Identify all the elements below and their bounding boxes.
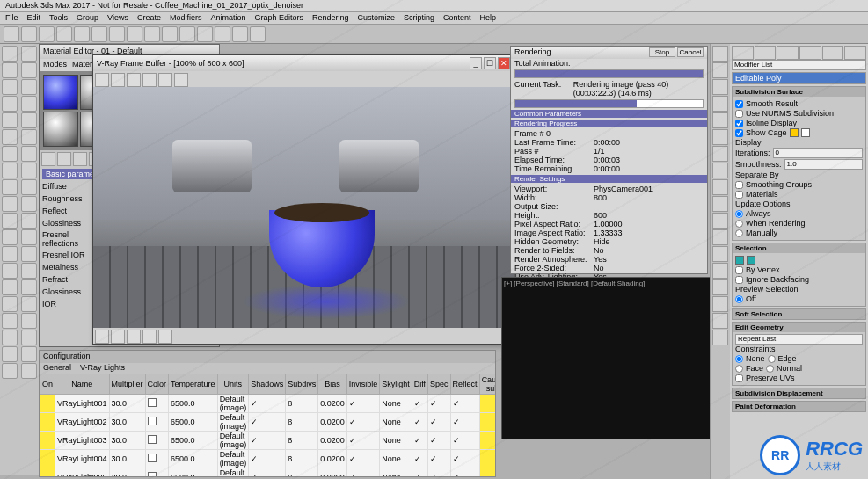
- tool-icon[interactable]: [2, 263, 18, 279]
- tool-icon[interactable]: [2, 96, 18, 112]
- light-shadows[interactable]: ✓: [249, 468, 286, 478]
- sm-groups-check[interactable]: [735, 181, 743, 189]
- light-name[interactable]: VRayLight002: [55, 413, 110, 432]
- tab-utilities[interactable]: [844, 46, 866, 60]
- lister-col[interactable]: Subdivs: [286, 374, 318, 395]
- exposure-icon[interactable]: [111, 330, 125, 344]
- light-invisible[interactable]: ✓: [346, 450, 380, 468]
- cancel-button[interactable]: Cancel: [677, 47, 704, 57]
- light-bias[interactable]: 0.0200: [318, 395, 347, 413]
- light-row[interactable]: VRayLight00330.06500.0Default (image)✓80…: [40, 432, 497, 450]
- light-invisible[interactable]: ✓: [346, 432, 380, 450]
- tool-icon[interactable]: [21, 163, 37, 178]
- render-output-view[interactable]: [93, 87, 514, 328]
- light-color[interactable]: [145, 413, 169, 432]
- light-mult[interactable]: 30.0: [109, 468, 145, 478]
- ignore-back-check[interactable]: [735, 276, 743, 284]
- light-name[interactable]: VRayLight001: [55, 395, 110, 413]
- scale-icon[interactable]: [127, 26, 142, 42]
- light-on-toggle[interactable]: [40, 468, 55, 478]
- lens-effects-icon[interactable]: [142, 330, 157, 344]
- light-subdivs[interactable]: 8: [286, 395, 318, 413]
- redo-icon[interactable]: [21, 26, 37, 42]
- light-diff[interactable]: ✓: [412, 413, 427, 432]
- menu-group[interactable]: Group: [77, 13, 98, 23]
- light-on-toggle[interactable]: [40, 395, 55, 413]
- tool-icon[interactable]: [21, 179, 37, 195]
- perspective-viewport[interactable]: [+] [Perspective] [Standard] [Default Sh…: [501, 277, 711, 439]
- tool-icon[interactable]: [2, 146, 18, 162]
- lister-col[interactable]: Diff: [412, 374, 427, 395]
- tool-icon[interactable]: [2, 79, 18, 95]
- modifier-item[interactable]: Editable Poly: [733, 73, 865, 83]
- edge-subobj-icon[interactable]: [747, 256, 755, 265]
- menu-edit[interactable]: Edit: [27, 13, 41, 23]
- cmd-icon[interactable]: [712, 112, 728, 128]
- lister-col[interactable]: Temperature: [169, 374, 218, 395]
- menu-tools[interactable]: Tools: [49, 13, 68, 23]
- cmd-icon[interactable]: [712, 146, 728, 162]
- color-correct-icon[interactable]: [95, 330, 109, 344]
- cmd-icon[interactable]: [712, 246, 728, 262]
- light-mult[interactable]: 30.0: [109, 432, 145, 450]
- light-subdivs[interactable]: 8: [286, 468, 318, 478]
- save-image-icon[interactable]: [111, 73, 125, 87]
- viewport-label[interactable]: [+] [Perspective] [Standard] [Default Sh…: [502, 278, 710, 289]
- tool-icon[interactable]: [2, 179, 18, 195]
- show-cage-check[interactable]: [735, 129, 743, 137]
- light-temp[interactable]: 6500.0: [169, 413, 218, 432]
- cage-color-swatch2[interactable]: [801, 128, 810, 137]
- light-spec[interactable]: ✓: [428, 450, 451, 468]
- cmd-icon[interactable]: [712, 279, 728, 295]
- material-editor-icon[interactable]: [215, 26, 230, 42]
- light-bias[interactable]: 0.0200: [318, 432, 347, 450]
- mirror-icon[interactable]: [179, 26, 195, 42]
- tool-icon[interactable]: [21, 313, 37, 329]
- light-row[interactable]: VRayLight00430.06500.0Default (image)✓80…: [40, 450, 497, 468]
- light-name[interactable]: VRayLight004: [55, 450, 110, 468]
- tool-icon[interactable]: [2, 229, 18, 245]
- update-always-radio[interactable]: [735, 210, 743, 218]
- lister-col[interactable]: Caustic subd: [479, 374, 496, 395]
- tool-icon[interactable]: [21, 196, 37, 212]
- tab-motion[interactable]: [799, 46, 821, 60]
- move-icon[interactable]: [91, 26, 107, 42]
- vfb-titlebar[interactable]: V-Ray Frame Buffer - [100% of 800 x 600]…: [93, 55, 514, 71]
- by-vertex-check[interactable]: [735, 266, 743, 274]
- modifier-list-dropdown[interactable]: Modifier List: [732, 60, 866, 70]
- menu-rendering[interactable]: Rendering: [312, 13, 349, 23]
- cmd-icon[interactable]: [712, 296, 728, 312]
- light-skylight[interactable]: None: [380, 468, 412, 478]
- tool-icon[interactable]: [21, 246, 37, 262]
- cmd-icon[interactable]: [712, 213, 728, 229]
- cage-color-swatch[interactable]: [790, 128, 799, 137]
- rendering-progress-section[interactable]: Rendering Progress: [511, 120, 707, 127]
- close-icon[interactable]: ✕: [498, 57, 510, 69]
- light-subdivs[interactable]: 8: [286, 450, 318, 468]
- snap-icon[interactable]: [144, 26, 160, 42]
- render-icon[interactable]: [250, 26, 266, 42]
- tool-icon[interactable]: [2, 363, 18, 379]
- menu-create[interactable]: Create: [137, 13, 161, 23]
- update-manual-radio[interactable]: [735, 229, 743, 237]
- light-units[interactable]: Default (image): [217, 468, 249, 478]
- tool-icon[interactable]: [21, 112, 37, 128]
- material-slot[interactable]: [43, 112, 78, 147]
- constraint-face[interactable]: [735, 365, 743, 373]
- light-shadows[interactable]: ✓: [249, 432, 286, 450]
- light-mult[interactable]: 30.0: [109, 413, 145, 432]
- reset-map-icon[interactable]: [73, 152, 87, 166]
- cmd-icon[interactable]: [712, 330, 728, 345]
- tool-icon[interactable]: [2, 163, 18, 178]
- light-units[interactable]: Default (image): [217, 413, 249, 432]
- light-spec[interactable]: ✓: [428, 432, 451, 450]
- cmd-icon[interactable]: [712, 196, 728, 212]
- render-setup-icon[interactable]: [232, 26, 248, 42]
- lister-header[interactable]: Configuration: [40, 351, 495, 363]
- light-reflect[interactable]: ✓: [450, 413, 479, 432]
- light-caustic[interactable]: [479, 450, 496, 468]
- tool-icon[interactable]: [2, 330, 18, 345]
- vray-frame-buffer-window[interactable]: V-Ray Frame Buffer - [100% of 800 x 600]…: [92, 54, 514, 345]
- cmd-icon[interactable]: [712, 163, 728, 178]
- lister-col[interactable]: On: [40, 374, 55, 395]
